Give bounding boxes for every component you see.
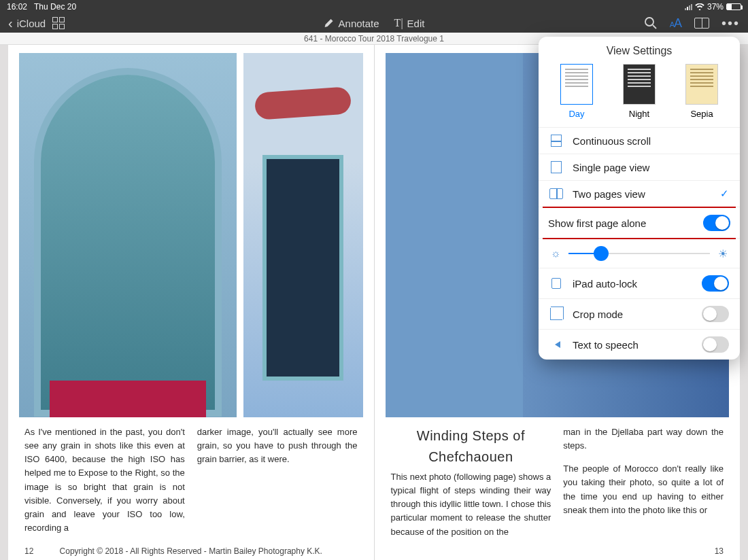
body-text: man in the Djellaba part way down the st… [563,425,724,453]
annotate-label: Annotate [339,18,379,29]
option-label: iPad auto-lock [573,278,637,290]
theme-day-label: Day [560,109,593,119]
theme-sepia-label: Sepia [685,109,718,119]
option-label: Text to speech [573,339,639,351]
theme-sepia[interactable]: Sepia [685,64,718,119]
body-text: As I've mentioned in the past, you don't… [24,425,185,560]
theme-day[interactable]: Day [560,64,593,119]
view-settings-popover: View Settings Day Night Sepia Continuous… [539,37,740,360]
photo-window [243,53,363,417]
theme-day-icon [560,64,593,105]
status-bar: 16:02 Thu Dec 20 37% [0,0,748,14]
back-label: iCloud [17,18,46,29]
theme-sepia-icon [685,64,718,105]
option-label: Show first page alone [548,217,646,229]
option-single-page[interactable]: Single page view [539,154,740,181]
page-left[interactable]: As I've mentioned in the past, you don't… [8,45,374,560]
body-text: darker image, you'll actually see more g… [197,425,358,560]
back-button[interactable]: ‹ iCloud [8,16,46,31]
speaker-icon [549,338,563,351]
brightness-low-icon: ☼ [549,247,562,260]
body-text: The people of Morocco don't really like … [563,462,724,517]
option-label: Two pages view [573,188,645,200]
lock-icon [549,277,563,290]
option-label: Crop mode [573,309,623,320]
first-page-alone-toggle[interactable] [703,215,730,231]
crop-icon [549,308,563,320]
brightness-high-icon: ☀ [717,247,729,260]
option-crop-mode[interactable]: Crop mode [539,299,740,330]
more-button[interactable]: ••• [721,16,740,31]
single-page-icon [549,161,563,173]
section-heading: Winding Steps of Chefchaouen [391,425,551,468]
tts-toggle[interactable] [702,336,729,353]
search-button[interactable] [644,16,658,30]
option-label: Single page view [573,162,649,173]
chevron-left-icon: ‹ [8,16,13,31]
signal-icon [685,4,692,10]
pencil-icon [324,18,335,29]
text-cursor-icon: T| [394,17,403,29]
theme-night[interactable]: Night [623,64,656,119]
option-continuous-scroll[interactable]: Continuous scroll [539,128,740,154]
toolbar: ‹ iCloud Annotate T| Edit AA ••• [0,14,748,33]
status-time: 16:02 [7,2,27,12]
annotate-button[interactable]: Annotate [324,18,379,29]
grid-view-button[interactable] [52,17,65,29]
copyright: Copyright © 2018 - All Rights Reserved -… [8,546,374,556]
option-label: Continuous scroll [573,135,651,147]
two-pages-icon [549,188,563,200]
option-first-page-alone[interactable]: Show first page alone [539,208,740,239]
check-icon: ✓ [720,188,729,200]
brightness-slider[interactable] [568,253,710,254]
crop-toggle[interactable] [702,306,729,322]
continuous-scroll-icon [549,135,563,147]
option-tts[interactable]: Text to speech [539,330,740,360]
popover-title: View Settings [539,37,740,61]
bookmarks-button[interactable] [694,18,709,29]
status-date: Thu Dec 20 [34,2,76,12]
edit-button[interactable]: T| Edit [394,17,425,29]
body-text: This next photo (following page) shows a… [391,470,551,539]
theme-night-icon [623,64,656,105]
page-number-right: 13 [715,546,724,556]
svg-point-0 [645,18,653,26]
theme-night-label: Night [623,109,656,119]
photo-door [19,53,237,417]
autolock-toggle[interactable] [702,275,729,292]
option-two-pages[interactable]: Two pages view ✓ [539,181,740,207]
view-settings-button[interactable]: AA [670,16,682,31]
option-autolock[interactable]: iPad auto-lock [539,268,740,299]
battery-pct: 37% [707,2,724,12]
edit-label: Edit [407,18,425,29]
battery-icon [726,3,741,10]
wifi-icon [695,3,704,10]
brightness-row: ☼ ☀ [539,239,740,268]
